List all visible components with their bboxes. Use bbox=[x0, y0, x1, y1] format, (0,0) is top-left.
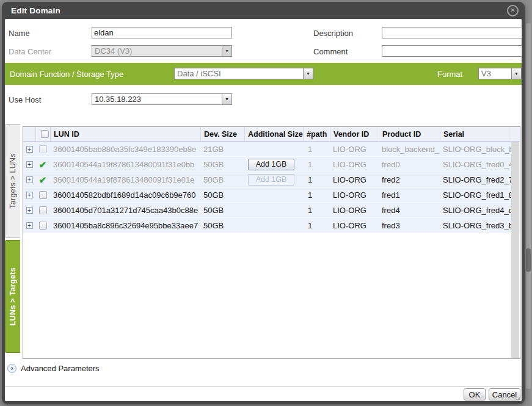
advanced-parameters-label: Advanced Parameters bbox=[21, 364, 100, 373]
expand-plus-icon[interactable]: + bbox=[26, 192, 33, 198]
expand-plus-icon[interactable]: + bbox=[26, 207, 33, 214]
expand-cell: + bbox=[23, 207, 35, 214]
path-cell: 1 bbox=[303, 145, 330, 154]
data-center-value: DC34 (V3) bbox=[92, 46, 222, 56]
lun-checkbox[interactable] bbox=[39, 191, 47, 199]
lun-id-cell: 36001405d701a31271d745caa43b0c88e bbox=[50, 206, 200, 215]
checkbox-cell: ✔ bbox=[35, 175, 50, 184]
product-id-cell: fred0 bbox=[379, 160, 440, 169]
domain-function-label: Domain Function / Storage Type bbox=[10, 70, 123, 79]
chevron-down-icon: ▼ bbox=[303, 68, 313, 79]
format-value: V3 bbox=[479, 68, 511, 79]
path-cell: 1 bbox=[303, 206, 330, 215]
format-label: Format bbox=[437, 70, 462, 79]
resize-grip-icon[interactable] bbox=[514, 393, 521, 401]
vendor-id-cell: LIO-ORG bbox=[330, 221, 379, 230]
chevron-down-icon: ▼ bbox=[511, 68, 521, 79]
dev-size-cell: 50GB bbox=[200, 190, 244, 200]
serial-cell: SLIO-ORG_fred0_4 bbox=[440, 160, 511, 169]
lun-table-header: LUN ID Dev. Size Additional Size #path V… bbox=[23, 127, 520, 142]
format-select: V3 ▼ bbox=[478, 68, 522, 79]
page-scrollbar-thumb[interactable] bbox=[526, 248, 531, 272]
lun-id-cell: 36001405ba8c896c32694e95bbe33aee7 bbox=[50, 221, 200, 230]
edit-domain-dialog: Edit Domain ✕ Name Description Data Cent… bbox=[2, 2, 525, 404]
lun-attached-check-icon: ✔ bbox=[39, 160, 47, 169]
table-row[interactable]: + ✔ 3600140544a19f878613480091f31e01e 50… bbox=[23, 172, 520, 187]
lun-table: LUN ID Dev. Size Additional Size #path V… bbox=[23, 126, 520, 359]
use-host-label: Use Host bbox=[9, 95, 41, 104]
dev-size-cell: 50GB bbox=[200, 206, 244, 215]
data-center-select: DC34 (V3) ▼ bbox=[92, 45, 232, 57]
chevron-right-icon: › bbox=[7, 364, 16, 373]
vendor-id-cell: LIO-ORG bbox=[330, 160, 379, 169]
header-vendor-id: Vendor ID bbox=[330, 127, 379, 141]
serial-cell: SLIO-ORG_block_b bbox=[440, 145, 511, 154]
table-row[interactable]: + 36001405d701a31271d745caa43b0c88e 50GB… bbox=[23, 203, 520, 218]
tab-targets-luns[interactable]: Targets > LUNs bbox=[5, 124, 20, 238]
serial-cell: SLIO-ORG_fred4_d bbox=[440, 206, 511, 215]
storage-type-bar: Domain Function / Storage Type Data / iS… bbox=[5, 63, 522, 85]
expand-plus-icon[interactable]: + bbox=[26, 222, 33, 229]
name-label: Name bbox=[9, 29, 30, 38]
serial-cell: SLIO-ORG_fred3_b bbox=[440, 221, 511, 230]
product-id-cell: block_backend_ bbox=[379, 145, 440, 154]
dialog-content: Name Description Data Center DC34 (V3) ▼… bbox=[5, 19, 522, 401]
vendor-id-cell: LIO-ORG bbox=[330, 206, 379, 215]
product-id-cell: fred1 bbox=[379, 190, 440, 200]
name-input[interactable] bbox=[92, 27, 232, 38]
product-id-cell: fred2 bbox=[379, 175, 440, 184]
header-serial: Serial bbox=[440, 127, 511, 141]
lun-id-cell: 36001405bab880a35fc349e183390eb8e bbox=[50, 145, 200, 154]
serial-cell: SLIO-ORG_fred1_8 bbox=[440, 190, 511, 200]
vendor-id-cell: LIO-ORG bbox=[330, 145, 379, 154]
tab-luns-targets[interactable]: LUNs > Targets bbox=[5, 240, 20, 353]
comment-label: Comment bbox=[313, 47, 348, 56]
product-id-cell: fred4 bbox=[379, 206, 440, 215]
use-host-select[interactable]: 10.35.18.223 ▼ bbox=[92, 93, 232, 105]
dialog-titlebar: Edit Domain ✕ bbox=[2, 2, 525, 19]
close-glyph: ✕ bbox=[510, 7, 515, 13]
path-cell: 1 bbox=[303, 221, 330, 230]
path-cell: 1 bbox=[303, 175, 330, 184]
expand-cell: + bbox=[23, 161, 35, 168]
table-scrollbar-track[interactable] bbox=[511, 142, 519, 358]
expand-plus-icon[interactable]: + bbox=[26, 161, 33, 168]
ok-button[interactable]: OK bbox=[464, 388, 486, 401]
page-scrollbar-track[interactable] bbox=[526, 23, 531, 389]
header-path: #path bbox=[303, 127, 330, 141]
lun-attached-check-icon: ✔ bbox=[39, 175, 47, 184]
tab-targets-luns-label: Targets > LUNs bbox=[9, 153, 17, 209]
table-row[interactable]: + 3600140582bdbf1689d14ac09c6b9e760 50GB… bbox=[23, 187, 520, 203]
checkbox-cell: ✔ bbox=[35, 160, 50, 169]
expand-plus-icon[interactable]: + bbox=[26, 176, 33, 183]
vendor-id-cell: LIO-ORG bbox=[330, 175, 379, 184]
dev-size-cell: 50GB bbox=[200, 160, 244, 169]
path-cell: 1 bbox=[303, 160, 330, 169]
domain-function-select: Data / iSCSI ▼ bbox=[174, 68, 313, 79]
add-1gb-button[interactable]: Add 1GB bbox=[248, 159, 294, 170]
comment-input[interactable] bbox=[382, 45, 522, 57]
dialog-title: Edit Domain bbox=[11, 6, 60, 15]
footer-divider bbox=[5, 386, 522, 387]
lun-checkbox[interactable] bbox=[39, 222, 47, 230]
header-additional-size: Additional Size bbox=[244, 127, 303, 141]
dev-size-cell: 50GB bbox=[200, 221, 244, 230]
select-all-checkbox[interactable] bbox=[41, 130, 49, 138]
description-label: Description bbox=[313, 29, 353, 38]
tab-luns-targets-label: LUNs > Targets bbox=[9, 267, 17, 325]
close-icon[interactable]: ✕ bbox=[507, 5, 519, 16]
expand-plus-icon[interactable]: + bbox=[26, 146, 33, 153]
table-row[interactable]: + 36001405ba8c896c32694e95bbe33aee7 50GB… bbox=[23, 218, 520, 233]
expand-cell: + bbox=[23, 146, 35, 153]
expand-cell: + bbox=[23, 192, 35, 198]
chevron-down-icon: ▼ bbox=[222, 94, 231, 104]
lun-checkbox[interactable] bbox=[39, 206, 47, 214]
dev-size-cell: 50GB bbox=[200, 175, 244, 184]
table-row[interactable]: + ✔ 3600140544a19f878613480091f31e0bb 50… bbox=[23, 157, 520, 172]
table-row[interactable]: + 36001405bab880a35fc349e183390eb8e 21GB… bbox=[23, 142, 520, 157]
lun-id-cell: 3600140582bdbf1689d14ac09c6b9e760 bbox=[50, 190, 200, 200]
domain-function-value: Data / iSCSI bbox=[175, 68, 303, 79]
advanced-parameters-toggle[interactable]: › Advanced Parameters bbox=[7, 364, 100, 373]
chevron-down-icon: ▼ bbox=[222, 46, 231, 56]
description-input[interactable] bbox=[382, 27, 522, 38]
